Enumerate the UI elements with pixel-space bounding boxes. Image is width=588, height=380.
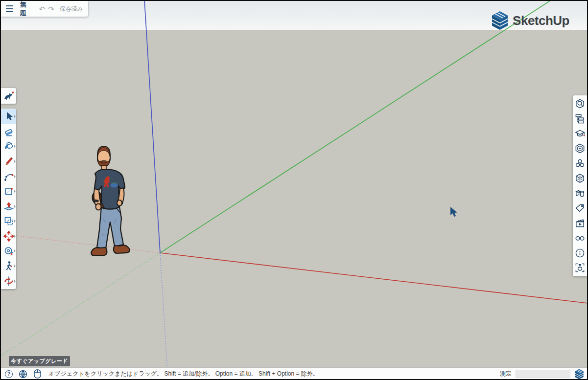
leap-search-tool-icon bbox=[3, 90, 14, 101]
blue-axis-line bbox=[144, 0, 160, 253]
panel-views-button[interactable] bbox=[573, 261, 587, 276]
move-icon bbox=[3, 231, 14, 242]
brand-wordmark: SketchUp bbox=[513, 13, 569, 28]
eraser-tool-button[interactable] bbox=[1, 124, 16, 139]
paint-bucket-tool-button[interactable] bbox=[1, 139, 16, 154]
offset-icon bbox=[3, 216, 14, 226]
paint-bucket-icon bbox=[3, 141, 14, 152]
panel-scenes-button[interactable] bbox=[573, 216, 587, 231]
panel-components-button[interactable] bbox=[573, 156, 587, 171]
red-axis-line bbox=[160, 253, 588, 303]
panel-instructor-button[interactable] bbox=[573, 126, 587, 141]
push-pull-icon bbox=[3, 201, 14, 212]
panel-tags-button[interactable] bbox=[573, 201, 587, 216]
sketchup-logo-icon bbox=[491, 11, 509, 30]
panels-toolbar bbox=[573, 95, 587, 276]
help-button[interactable]: ? bbox=[4, 369, 14, 379]
info-circle-icon bbox=[575, 248, 585, 258]
mouse-icon bbox=[34, 369, 41, 379]
panel-styles-button[interactable] bbox=[573, 141, 587, 156]
rotate-icon bbox=[3, 276, 14, 287]
green-axis-dotted bbox=[0, 253, 160, 357]
panel-search-3d-warehouse-button[interactable] bbox=[573, 96, 587, 112]
globe-icon bbox=[19, 370, 27, 379]
graduation-cap-icon bbox=[575, 129, 585, 139]
measurements-label: 測定 bbox=[500, 370, 512, 378]
language-button[interactable] bbox=[18, 369, 28, 379]
three-cubes-icon bbox=[575, 158, 585, 169]
cube-magnifier-icon bbox=[575, 99, 585, 109]
undo-button[interactable]: ↶ bbox=[38, 4, 47, 14]
rectangle-icon bbox=[3, 186, 14, 197]
walk-tool-button[interactable] bbox=[1, 259, 16, 274]
measurements-area: 測定 bbox=[500, 369, 584, 380]
select-arrow-icon bbox=[3, 111, 14, 122]
eraser-icon bbox=[3, 126, 14, 137]
green-axis-line bbox=[160, 0, 551, 253]
save-status-label: 保存済み bbox=[60, 5, 83, 13]
main-menu-button[interactable] bbox=[6, 5, 13, 12]
panel-display-button[interactable] bbox=[573, 231, 587, 246]
mouse-settings-button[interactable] bbox=[32, 369, 42, 379]
launcher-toolbar bbox=[1, 88, 16, 104]
sketchup-mini-logo bbox=[574, 369, 584, 380]
drawing-toolbar bbox=[1, 109, 16, 289]
document-title[interactable]: 無題 bbox=[20, 0, 31, 18]
clapperboard-icon bbox=[575, 218, 585, 228]
blue-axis-dotted bbox=[160, 253, 168, 380]
tape-measure-icon bbox=[3, 246, 14, 256]
cube-cylinder-icon bbox=[575, 188, 585, 199]
panel-outliner-button[interactable] bbox=[573, 112, 587, 127]
redo-button[interactable]: ↷ bbox=[47, 4, 56, 14]
pencil-icon bbox=[3, 156, 14, 167]
glasses-icon bbox=[575, 233, 585, 243]
panel-materials-button[interactable] bbox=[573, 171, 587, 186]
pencil-tool-button[interactable] bbox=[1, 154, 16, 169]
rectangle-tool-button[interactable] bbox=[1, 184, 16, 199]
upgrade-button[interactable]: 今すぐアップグレード bbox=[9, 356, 70, 366]
outliner-icon bbox=[575, 113, 585, 124]
push-pull-tool-button[interactable] bbox=[1, 199, 16, 214]
select-cursor bbox=[450, 207, 458, 219]
arc-icon bbox=[3, 171, 14, 182]
tag-icon bbox=[575, 203, 585, 213]
search-tool-button[interactable] bbox=[1, 88, 16, 104]
panel-geometry-button[interactable] bbox=[573, 186, 587, 201]
walk-icon bbox=[3, 261, 14, 271]
offset-tool-button[interactable] bbox=[1, 214, 16, 229]
sketchup-brand: SketchUp bbox=[491, 11, 569, 30]
tool-hint-text: オブジェクトをクリックまたはドラッグ。 Shift = 追加/除外。 Optio… bbox=[48, 370, 319, 378]
help-icon: ? bbox=[5, 370, 13, 378]
document-toolbar: 無題 ↶ ↷ 保存済み bbox=[1, 1, 88, 17]
move-tool-button[interactable] bbox=[1, 229, 16, 244]
status-bar: ? オブジェクトをクリックまたはドラッグ。 Shift = 追加/除外。 Opt… bbox=[0, 367, 588, 380]
sketchup-web-window: 無題 ↶ ↷ 保存済み SketchUp bbox=[0, 0, 588, 380]
select-tool-button[interactable] bbox=[1, 109, 16, 124]
hexagon-style-icon bbox=[575, 143, 585, 154]
measurements-input[interactable] bbox=[516, 370, 570, 378]
rotate-tool-button[interactable] bbox=[1, 273, 16, 289]
arc-tool-button[interactable] bbox=[1, 169, 16, 184]
scale-figure-person[interactable] bbox=[87, 146, 141, 261]
tape-measure-tool-button[interactable] bbox=[1, 244, 16, 259]
view-cube-icon bbox=[575, 263, 585, 273]
textured-cube-icon bbox=[575, 173, 585, 183]
panel-model-info-button[interactable] bbox=[573, 246, 587, 261]
